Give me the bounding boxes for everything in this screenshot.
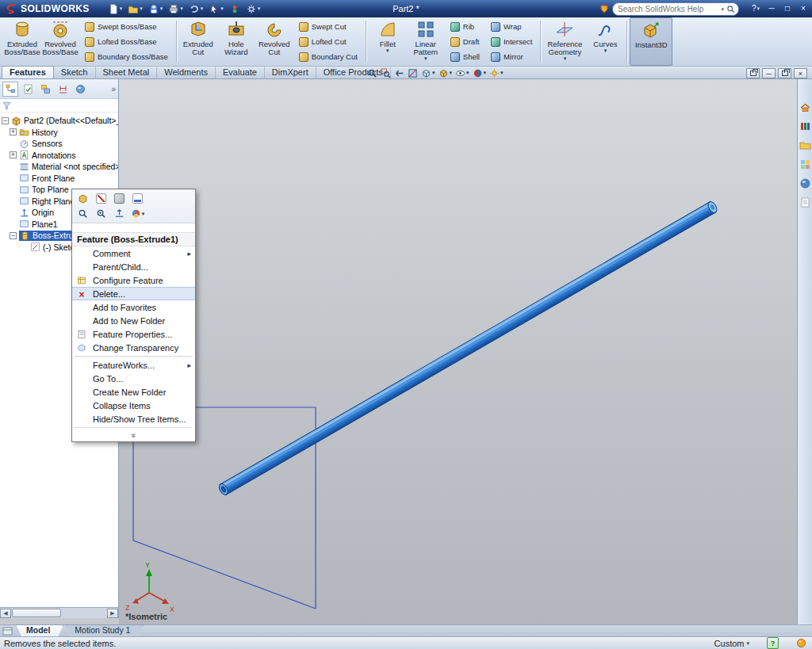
search-flyout-icon[interactable] xyxy=(599,5,609,14)
menu-item-featureworks[interactable]: FeatureWorks... ▸ xyxy=(72,358,195,372)
tree-item-annotations[interactable]: + Annotations xyxy=(0,150,118,162)
design-library-icon[interactable] xyxy=(799,120,811,132)
edit-appearance-button[interactable]: ▾ xyxy=(473,68,487,78)
ribbon-shell[interactable]: Shell xyxy=(448,50,482,64)
hide-show-items-button[interactable]: ▾ xyxy=(455,68,469,78)
dropdown-caret-icon[interactable]: ▾ xyxy=(424,56,427,61)
maximize-button[interactable]: □ xyxy=(781,2,794,14)
document-minimize-button[interactable]: ─ xyxy=(762,68,776,78)
tab-motion-study-1[interactable]: Motion Study 1 xyxy=(64,624,144,636)
displaymanager-tab[interactable] xyxy=(72,82,88,97)
zoom-to-selection-button[interactable] xyxy=(93,207,109,220)
propertymanager-tab[interactable] xyxy=(20,82,36,97)
menu-item-comment[interactable]: Comment ▸ xyxy=(72,246,195,260)
tree-item-part2[interactable]: − Part2 (Default<<Default>_D xyxy=(0,115,118,127)
dropdown-caret-icon[interactable]: ▾ xyxy=(386,48,389,53)
menu-item-change-transparency[interactable]: Change Transparency xyxy=(72,341,195,354)
edit-sketch-button[interactable] xyxy=(93,192,109,205)
extruded-boss-geometry[interactable] xyxy=(217,200,718,496)
quick-tips-icon[interactable] xyxy=(796,638,806,648)
ribbon-wrap[interactable]: Wrap xyxy=(488,20,534,34)
menu-item-feature-properties[interactable]: Feature Properties... xyxy=(72,327,195,341)
help-button[interactable]: ?▾ xyxy=(749,2,762,14)
expander-icon[interactable]: − xyxy=(2,117,9,124)
ribbon-lofted-cut[interactable]: Lofted Cut xyxy=(297,35,360,49)
options-button[interactable]: ▾ xyxy=(244,3,262,15)
ribbon-instant3d[interactable]: Instant3D xyxy=(630,17,672,66)
custom-properties-icon[interactable] xyxy=(799,197,811,208)
ribbon-draft[interactable]: Draft xyxy=(448,35,482,49)
menu-item-delete[interactable]: × Delete... xyxy=(72,287,195,300)
menu-item-hide-show-tree-items[interactable]: Hide/Show Tree Items... xyxy=(72,412,195,426)
dropdown-caret-icon[interactable]: ▾ xyxy=(604,48,607,53)
tab-weldments[interactable]: Weldments xyxy=(157,67,216,78)
rollback-button[interactable] xyxy=(129,192,146,205)
filter-funnel-icon[interactable] xyxy=(2,101,11,110)
ribbon-extruded-cut[interactable]: Extruded Cut xyxy=(179,17,217,66)
menu-expand-button[interactable]: » xyxy=(72,429,195,441)
tree-item-history[interactable]: + History xyxy=(0,127,118,139)
ribbon-linear-pattern[interactable]: Linear Pattern ▾ xyxy=(407,17,445,66)
save-button[interactable]: ▾ xyxy=(147,3,165,15)
document-close-button[interactable]: × xyxy=(794,68,807,78)
ribbon-boundary-boss-base[interactable]: Boundary Boss/Base xyxy=(82,50,170,64)
search-box[interactable]: ▾ xyxy=(612,2,739,16)
menu-item-collapse-items[interactable]: Collapse Items xyxy=(72,399,195,412)
scrollbar-thumb[interactable] xyxy=(12,609,61,617)
ribbon-lofted-boss-base[interactable]: Lofted Boss/Base xyxy=(82,35,170,49)
ribbon-swept-boss-base[interactable]: Swept Boss/Base xyxy=(82,20,170,34)
resources-home-icon[interactable] xyxy=(799,101,811,113)
expander-icon[interactable]: + xyxy=(10,151,17,158)
close-button[interactable]: × xyxy=(797,2,810,14)
menu-item-create-new-folder[interactable]: Create New Folder xyxy=(72,385,195,399)
menu-item-parent-child[interactable]: Parent/Child... xyxy=(72,260,195,273)
ribbon-extruded-boss-base[interactable]: Extruded Boss/Base xyxy=(3,17,41,66)
graphics-viewport[interactable]: Y X Z *Isometric xyxy=(119,79,797,624)
ribbon-intersect[interactable]: Intersect xyxy=(488,35,534,49)
search-scope-caret-icon[interactable]: ▾ xyxy=(721,6,724,13)
ribbon-revolved-cut[interactable]: Revolved Cut xyxy=(255,17,293,66)
menu-item-go-to[interactable]: Go To... xyxy=(72,372,195,385)
featuremanager-tab[interactable] xyxy=(2,82,18,97)
ribbon-curves[interactable]: Curves ▾ xyxy=(586,17,624,66)
document-cascade-button[interactable] xyxy=(746,68,760,78)
ribbon-rib[interactable]: Rib xyxy=(448,20,482,34)
tab-evaluate[interactable]: Evaluate xyxy=(216,67,265,78)
select-button[interactable]: ▾ xyxy=(207,3,225,15)
file-explorer-icon[interactable] xyxy=(799,139,811,151)
previous-view-button[interactable] xyxy=(394,68,404,78)
dropdown-caret-icon[interactable]: ▾ xyxy=(564,56,567,61)
appearances-scenes-icon[interactable] xyxy=(799,178,811,189)
search-input[interactable] xyxy=(616,4,718,14)
menu-item-add-to-favorites[interactable]: Add to Favorites xyxy=(72,300,195,314)
tab-features[interactable]: Features xyxy=(2,66,54,78)
ribbon-swept-cut[interactable]: Swept Cut xyxy=(297,20,360,34)
scroll-left-button[interactable]: ◀ xyxy=(0,609,11,618)
expander-icon[interactable]: + xyxy=(10,128,17,136)
tab-sketch[interactable]: Sketch xyxy=(54,67,96,78)
zoom-to-area-button[interactable] xyxy=(381,68,391,78)
manager-overflow-icon[interactable]: » xyxy=(111,85,116,94)
tree-horizontal-scrollbar[interactable]: ◀ ▶ xyxy=(0,607,118,618)
sheet-tabs-icon[interactable] xyxy=(2,627,13,636)
view-settings-button[interactable]: ▾ xyxy=(489,68,504,78)
custom-units-selector[interactable]: Custom ▾ xyxy=(714,639,749,648)
tab-sheet-metal[interactable]: Sheet Metal xyxy=(96,67,158,78)
undo-button[interactable]: ▾ xyxy=(187,3,205,15)
dimxpertmanager-tab[interactable] xyxy=(55,82,71,97)
new-document-button[interactable]: ▾ xyxy=(106,3,124,15)
tab-dimxpert[interactable]: DimXpert xyxy=(265,67,316,78)
status-help-icon[interactable]: ? xyxy=(767,637,779,649)
suppress-button[interactable] xyxy=(111,192,128,205)
view-palette-icon[interactable] xyxy=(799,158,811,170)
ribbon-fillet[interactable]: Fillet ▾ xyxy=(369,17,407,66)
edit-feature-button[interactable] xyxy=(75,192,91,205)
open-document-button[interactable]: ▾ xyxy=(126,3,144,15)
magnified-selection-button[interactable] xyxy=(75,207,91,220)
ribbon-mirror[interactable]: Mirror xyxy=(488,50,534,64)
expander-icon[interactable]: − xyxy=(10,232,17,239)
ribbon-hole-wizard[interactable]: Hole Wizard xyxy=(217,17,255,66)
menu-item-add-to-new-folder[interactable]: Add to New Folder xyxy=(72,314,195,327)
appearances-button[interactable]: ▾ xyxy=(129,207,146,220)
tab-model[interactable]: Model xyxy=(16,624,63,636)
